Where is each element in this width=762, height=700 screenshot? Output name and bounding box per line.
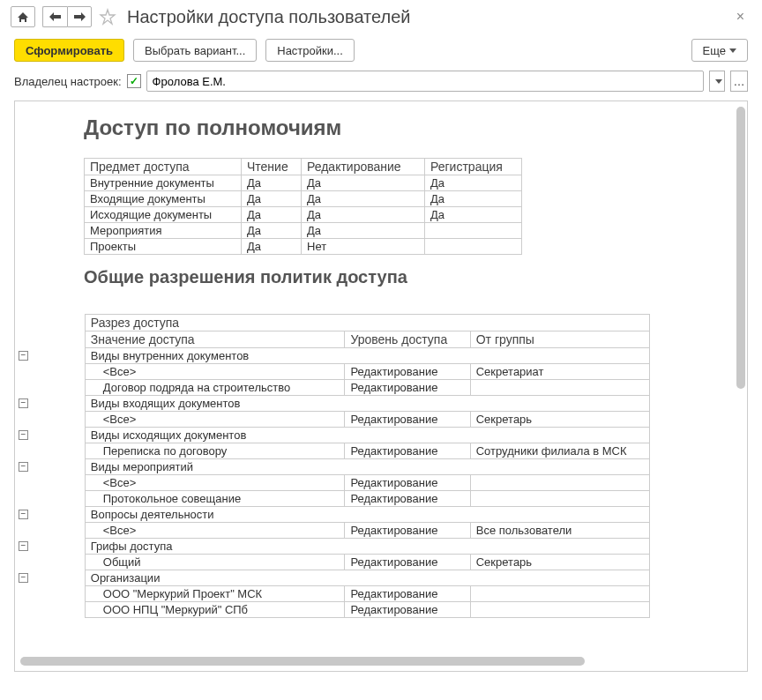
cell: Да xyxy=(302,207,425,223)
group-row: −Грифы доступа xyxy=(15,539,650,555)
cell xyxy=(470,586,649,602)
cell: Входящие документы xyxy=(85,191,242,207)
cell xyxy=(425,223,522,239)
col-read: Чтение xyxy=(242,159,302,175)
cell: Да xyxy=(302,191,425,207)
cell: Сотрудники филиала в МСК xyxy=(470,443,649,459)
owner-checkbox[interactable]: ✓ xyxy=(127,74,141,88)
page-title: Настройки доступа пользователей xyxy=(127,7,410,27)
scrollbar-thumb[interactable] xyxy=(20,657,585,666)
choose-variant-button[interactable]: Выбрать вариант... xyxy=(133,39,257,62)
tree-collapse-button[interactable]: − xyxy=(19,462,28,472)
cell: Мероприятия xyxy=(85,223,242,239)
generate-button[interactable]: Сформировать xyxy=(14,39,124,62)
more-label: Еще xyxy=(703,44,726,57)
tree-gutter: − xyxy=(15,348,85,364)
table-row: ООО "Меркурий Проект" МСКРедактирование xyxy=(15,586,650,602)
tree-gutter: − xyxy=(15,428,85,443)
table-row: ООО НПЦ "Меркурий" СПбРедактирование xyxy=(15,602,650,618)
cell: <Все> xyxy=(85,412,345,428)
tree-collapse-button[interactable]: − xyxy=(19,430,28,440)
report-scroll[interactable]: Доступ по полномочиям Предмет доступа Чт… xyxy=(15,101,747,671)
report-area: Доступ по полномочиям Предмет доступа Чт… xyxy=(14,101,748,672)
forward-button[interactable] xyxy=(67,6,92,27)
cell: Уровень доступа xyxy=(345,331,470,348)
table-row: ОбщийРедактированиеСекретарь xyxy=(15,555,650,570)
tree-gutter xyxy=(15,602,85,618)
scrollbar-thumb[interactable] xyxy=(736,107,745,389)
owner-input[interactable] xyxy=(146,71,704,92)
cell xyxy=(470,491,649,507)
cell: Проекты xyxy=(85,239,242,255)
cell: <Все> xyxy=(85,364,345,380)
tree-gutter xyxy=(15,364,85,380)
group-row: −Организации xyxy=(15,570,650,586)
cell: Редактирование xyxy=(345,380,470,396)
group-row: −Виды мероприятий xyxy=(15,459,650,475)
cell: От группы xyxy=(470,331,649,348)
table-row: <Все>Редактирование xyxy=(15,475,650,491)
table-row: Значение доступаУровень доступаОт группы xyxy=(15,331,650,348)
tree-gutter xyxy=(15,555,85,570)
scrollbar-vertical[interactable] xyxy=(736,107,745,648)
cell: Переписка по договору xyxy=(85,443,345,459)
cell: Нет xyxy=(302,239,425,255)
cell: Организации xyxy=(85,570,649,586)
tree-gutter: − xyxy=(15,539,85,555)
back-button[interactable] xyxy=(42,6,67,27)
home-button[interactable] xyxy=(11,6,35,27)
tree-gutter: − xyxy=(15,570,85,586)
table-row: Переписка по договоруРедактированиеСотру… xyxy=(15,443,650,459)
table-row: <Все>РедактированиеСекретарь xyxy=(15,412,650,428)
tree-collapse-button[interactable]: − xyxy=(19,573,28,583)
owner-dropdown-button[interactable] xyxy=(709,71,725,92)
cell: Виды исходящих документов xyxy=(85,428,649,443)
table-row: МероприятияДаДа xyxy=(85,223,522,239)
tree-gutter xyxy=(15,315,85,331)
tree-collapse-button[interactable]: − xyxy=(19,510,28,519)
cell: Да xyxy=(242,175,302,191)
close-button[interactable]: × xyxy=(729,5,751,28)
cell xyxy=(470,475,649,491)
col-reg: Регистрация xyxy=(425,159,522,175)
cell: Вопросы деятельности xyxy=(85,507,649,523)
tree-collapse-button[interactable]: − xyxy=(19,398,28,408)
home-icon xyxy=(17,11,29,23)
settings-button[interactable]: Настройки... xyxy=(265,39,355,62)
cell: Редактирование xyxy=(345,475,470,491)
owner-select-button[interactable]: … xyxy=(730,71,748,92)
tree-collapse-button[interactable]: − xyxy=(19,351,28,361)
cell: Редактирование xyxy=(345,602,470,618)
cell: Да xyxy=(242,239,302,255)
group-row: −Виды входящих документов xyxy=(15,396,650,412)
tree-gutter: − xyxy=(15,507,85,523)
scrollbar-horizontal[interactable] xyxy=(20,657,729,666)
chevron-down-icon xyxy=(729,48,736,53)
cell: Секретарь xyxy=(470,555,649,570)
cell: Редактирование xyxy=(345,555,470,570)
table-row: <Все>РедактированиеСекретариат xyxy=(15,364,650,380)
favorite-icon[interactable] xyxy=(99,8,116,26)
table-row: Разрез доступа xyxy=(15,315,650,331)
section1-title: Доступ по полномочиям xyxy=(84,112,522,158)
cell: Общий xyxy=(85,555,345,570)
tree-gutter xyxy=(15,380,85,396)
tree-gutter: − xyxy=(15,459,85,475)
cell: Да xyxy=(242,207,302,223)
more-button[interactable]: Еще xyxy=(691,39,748,62)
owner-label: Владелец настроек: xyxy=(14,75,122,88)
arrow-left-icon xyxy=(49,12,62,21)
cell: Редактирование xyxy=(345,523,470,539)
tree-gutter xyxy=(15,475,85,491)
cell: ООО "Меркурий Проект" МСК xyxy=(85,586,345,602)
cell: Да xyxy=(425,191,522,207)
cell: Виды внутренних документов xyxy=(85,348,649,364)
tree-collapse-button[interactable]: − xyxy=(19,541,28,551)
cell: Редактирование xyxy=(345,491,470,507)
cell xyxy=(470,380,649,396)
cell: Значение доступа xyxy=(85,331,345,348)
cell: <Все> xyxy=(85,475,345,491)
cell: Да xyxy=(425,175,522,191)
access-table: Разрез доступаЗначение доступаУровень до… xyxy=(15,314,650,618)
table-row: Входящие документыДаДаДа xyxy=(85,191,522,207)
